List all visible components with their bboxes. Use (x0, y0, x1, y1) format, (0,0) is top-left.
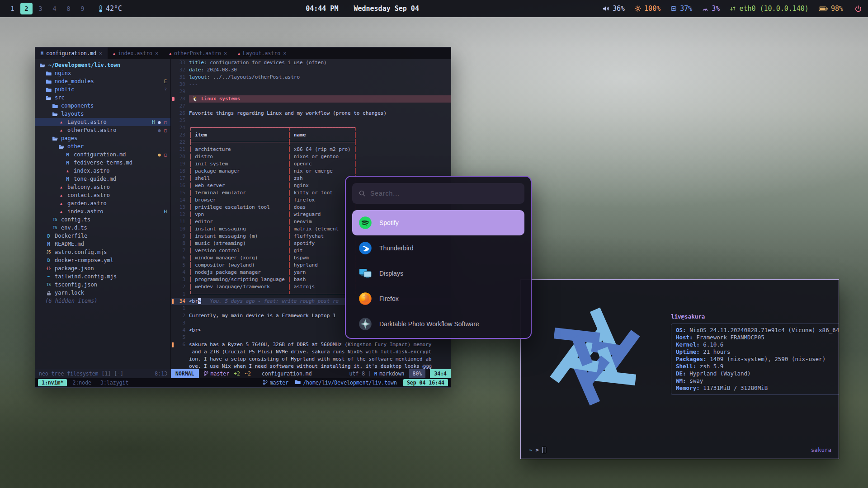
tab-close-icon[interactable]: × (99, 50, 102, 56)
tree-item[interactable]: MREADME.md (35, 240, 170, 248)
tree-item[interactable]: {}package.json (35, 264, 170, 272)
brightness-icon (635, 5, 641, 12)
tree-item[interactable]: pages (35, 134, 170, 142)
tree-item[interactable]: ▲balcony.astro (35, 183, 170, 191)
temperature-module[interactable]: 42°C (99, 5, 122, 13)
battery-module[interactable]: 98% (819, 5, 843, 13)
tree-item[interactable]: ▲contact.astro (35, 191, 170, 199)
tree-item[interactable]: Mfediverse-terms.md (35, 159, 170, 167)
tree-item[interactable]: ~/Development/liv.town (35, 61, 170, 69)
launcher-item[interactable]: Thunderbird (352, 235, 524, 261)
editor-tab[interactable]: ▲ otherPost.astro × (164, 47, 232, 59)
tree-item[interactable]: src (35, 94, 170, 102)
sign-column (171, 204, 175, 211)
cursor-position: 34:4 (430, 369, 451, 378)
tree-item[interactable]: ~tailwind.config.mjs (35, 272, 170, 281)
line-number: 16 (175, 182, 189, 189)
cpu-module[interactable]: 3% (702, 5, 720, 13)
editor-tab[interactable]: ▲ index.astro × (108, 47, 164, 59)
launcher-item[interactable]: Darktable Photo Workflow Software (352, 311, 524, 337)
branch-icon (203, 371, 208, 377)
line-number: 4 (175, 327, 189, 334)
tree-item[interactable]: ▲garden.astro (35, 199, 170, 207)
workspace-button[interactable]: 2 (20, 3, 33, 14)
astro-icon: ▲ (58, 185, 65, 189)
editor-line: 31layout: ../../layouts/otherPost.astro (171, 74, 451, 81)
tmux-window-tab[interactable]: 2:node (69, 379, 95, 386)
launcher-item[interactable]: Spotify (352, 210, 524, 235)
tree-item[interactable]: node_modulesE (35, 77, 170, 85)
tree-item[interactable]: TSenv.d.ts (35, 224, 170, 232)
workspace-button[interactable]: 1 (6, 3, 19, 14)
json-icon: {} (45, 267, 52, 271)
diff-modified: ~2 (245, 371, 251, 377)
line-number: 1 (175, 291, 189, 298)
md-icon: M (45, 242, 52, 247)
tree-item[interactable]: ▲otherPost.astro●▢ (35, 126, 170, 134)
md-icon: M (64, 152, 71, 157)
sign-column (171, 168, 175, 175)
fetch-info: liv@sakura OSNixOS 24.11.20240828.71e91c… (671, 288, 830, 422)
volume-module[interactable]: 36% (603, 5, 625, 13)
line-number: 14 (175, 197, 189, 204)
palette-dot (738, 407, 743, 412)
editor-tab[interactable]: M configuration.md × (35, 47, 108, 59)
line-number: 32 (175, 66, 189, 74)
workspace-button[interactable]: 4 (48, 3, 61, 14)
line-text: │ vpn │ wireguard │ (189, 211, 357, 218)
folder-open-icon (45, 95, 52, 100)
tree-item[interactable]: Ddocker-compose.yml (35, 256, 170, 264)
editor-line: 28 🐧 Linux systems (171, 95, 451, 103)
tree-item[interactable]: other (35, 142, 170, 150)
network-module[interactable]: eth0 (10.0.0.140) (730, 5, 809, 13)
editor-tab[interactable]: ▲ Layout.astro × (232, 47, 292, 59)
sign-column (171, 117, 175, 124)
tree-item[interactable]: Mtone-guide.md (35, 175, 170, 183)
tree-item[interactable]: TSconfig.ts (35, 216, 170, 224)
status-bar: 1 2 3 4 8 9 42°C 04:44 PM Wednesday Sep … (0, 0, 868, 17)
line-number: 20 (175, 153, 189, 160)
tree-item[interactable]: nginx (35, 69, 170, 77)
tree-item[interactable]: components (35, 102, 170, 110)
tree-item-label: public (55, 86, 74, 93)
tree-item[interactable]: ▲Layout.astroH●▢ (35, 118, 170, 126)
tree-item[interactable]: yarn.lock (35, 289, 170, 297)
tree-item[interactable]: public? (35, 85, 170, 94)
tree-item[interactable]: TStsconfig.json (35, 281, 170, 289)
line-number: 5 (175, 262, 189, 269)
line-text: and a 2TB (Crucial P5 Plus) NVMe drive. … (189, 348, 431, 356)
tree-item[interactable]: DDockerfile (35, 232, 170, 240)
tree-item-label: config.ts (61, 216, 90, 223)
line-number: 5 (175, 334, 189, 341)
sign-column (171, 233, 175, 240)
terminal-window[interactable]: liv@sakura OSNixOS 24.11.20240828.71e91c… (520, 279, 839, 459)
tab-close-icon[interactable]: × (224, 50, 227, 56)
launcher-item[interactable]: Displays (352, 261, 524, 286)
search-input[interactable] (370, 190, 518, 197)
markdown-icon: M (374, 371, 377, 377)
ts-icon: TS (52, 226, 58, 230)
tree-item[interactable]: JSastro.config.mjs (35, 248, 170, 256)
brightness-module[interactable]: 100% (635, 5, 660, 13)
sign-column (171, 124, 175, 131)
workspace-button[interactable]: 8 (62, 3, 75, 14)
tmux-window-tab[interactable]: 3:lazygit (97, 379, 132, 386)
tree-item[interactable]: ▲index.astro (35, 167, 170, 175)
tree-item[interactable]: (6 hidden items) (35, 297, 170, 305)
power-button[interactable] (855, 5, 862, 12)
tree-item[interactable]: layouts (35, 110, 170, 118)
fetch-title: liv@sakura (671, 313, 830, 320)
tree-item[interactable]: ▲index.astroH (35, 207, 170, 216)
line-number: 7 (175, 247, 189, 254)
tmux-window-tab[interactable]: 1:nvim* (38, 379, 67, 386)
tree-item[interactable]: Mconfiguration.md●▢ (35, 150, 170, 159)
tree-item-label: components (61, 103, 94, 109)
shell-prompt[interactable]: ~ > sakura (529, 446, 831, 453)
memory-module[interactable]: 37% (670, 5, 692, 13)
workspace-button[interactable]: 3 (34, 3, 47, 14)
launcher-item[interactable]: Firefox (352, 286, 524, 311)
workspace-button[interactable]: 9 (76, 3, 89, 14)
tab-close-icon[interactable]: × (155, 50, 158, 56)
tab-close-icon[interactable]: × (283, 50, 286, 56)
session-name: sakura (811, 446, 831, 453)
